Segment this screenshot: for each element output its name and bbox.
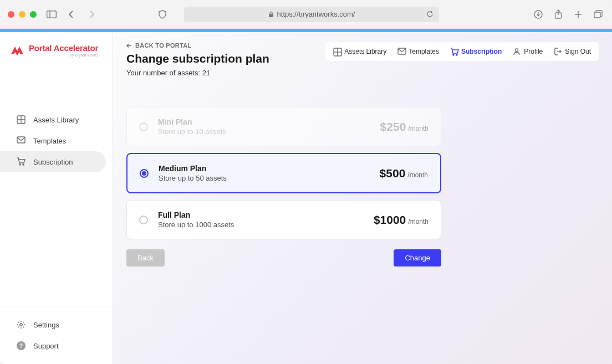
privacy-shield-icon[interactable] [156,8,169,20]
plan-price: $250 [380,120,406,134]
browser-chrome: https://bryantworks.com/ [0,0,612,29]
window-minimize-button[interactable] [19,11,26,18]
user-icon [513,48,521,55]
sidebar: Portal Accelerator by Bryant Works Asset… [0,32,113,364]
topnav-item-subscription[interactable]: Subscription [450,48,502,55]
nav-item-label: Subscription [33,158,73,166]
plan-price: $1000 [374,213,406,227]
radio-icon [139,216,148,224]
plan-card-medium-plan[interactable]: Medium PlanStore up to 50 assets$500/mon… [126,153,441,193]
svg-point-25 [516,49,518,52]
plan-desc: Store up to 50 assets [159,174,227,182]
cart-icon [17,157,26,166]
plan-name: Medium Plan [159,164,227,173]
brand-logo[interactable]: Portal Accelerator by Bryant Works [0,32,113,65]
question-icon: ? [17,341,26,350]
change-button[interactable]: Change [394,249,441,266]
cart-icon [450,48,458,55]
page-title: Change subscription plan [126,52,269,65]
plan-desc: Store up to 1000 assets [158,221,234,229]
sidebar-item-templates[interactable]: Templates [0,130,106,151]
back-label: BACK TO PORTAL [135,42,192,49]
main-content: BACK TO PORTAL Change subscription plan … [113,32,612,364]
svg-rect-2 [269,14,273,17]
nav-item-label: Settings [33,321,59,329]
tabs-icon[interactable] [592,8,604,20]
traffic-lights [8,11,37,18]
nav-forward-icon[interactable] [85,8,98,20]
sidebar-item-settings[interactable]: Settings [0,314,106,335]
svg-point-23 [453,54,454,55]
sidebar-item-support[interactable]: ?Support [0,335,106,356]
sidebar-toggle-icon[interactable] [45,8,58,20]
reload-icon[interactable] [426,11,434,18]
back-button[interactable]: Back [126,249,165,266]
svg-point-24 [456,54,457,55]
window-close-button[interactable] [8,11,14,18]
brand-title: Portal Accelerator [29,43,98,53]
plan-name: Mini Plan [158,117,226,126]
topnav-item-label: Subscription [461,48,502,55]
topnav-item-label: Sign Out [565,48,591,55]
svg-point-15 [20,324,22,326]
svg-rect-0 [47,11,57,18]
window-maximize-button[interactable] [30,11,37,18]
sidebar-item-assets-library[interactable]: Assets Library [0,109,106,130]
url-text: https://bryantworks.com/ [277,10,355,18]
topnav-item-label: Templates [409,48,439,55]
topnav-item-label: Assets Library [344,48,386,55]
svg-point-14 [23,164,24,165]
nav-item-label: Assets Library [33,116,79,124]
sidebar-item-subscription[interactable]: Subscription [0,151,106,172]
topnav-item-profile[interactable]: Profile [513,48,543,55]
svg-rect-8 [594,12,600,18]
grid-icon [333,48,341,55]
svg-text:?: ? [19,343,23,349]
plan-card-full-plan[interactable]: Full PlanStore up to 1000 assets$1000/mo… [126,200,441,239]
plan-period: /month [407,171,428,179]
gear-icon [17,320,26,329]
back-to-portal-link[interactable]: BACK TO PORTAL [126,42,269,49]
svg-point-13 [19,164,21,165]
topnav-item-label: Profile [524,48,543,55]
download-icon[interactable] [532,8,544,20]
plan-desc: Store up to 10 assets [158,127,226,136]
plan-period: /month [408,218,429,225]
svg-rect-22 [398,48,406,54]
plan-card-mini-plan: Mini PlanStore up to 10 assets$250/month [126,107,441,146]
logo-mark-icon [10,44,24,57]
svg-rect-12 [17,137,25,143]
top-nav: Assets LibraryTemplatesSubscriptionProfi… [325,42,599,61]
mail-icon [397,48,405,55]
mail-icon [17,136,26,145]
url-bar[interactable]: https://bryantworks.com/ [184,7,439,22]
nav-item-label: Templates [33,137,66,145]
brand-subtitle: by Bryant Works [29,53,98,57]
nav-item-label: Support [33,342,59,350]
arrow-left-icon [126,43,132,48]
radio-icon [139,122,148,131]
nav-back-icon[interactable] [65,8,78,20]
grid-icon [17,115,26,124]
plan-period: /month [408,125,429,132]
asset-count: Your number of assets: 21 [126,69,269,77]
new-tab-icon[interactable] [572,8,584,20]
radio-icon [140,169,149,178]
signout-icon [554,48,562,55]
plan-price: $500 [380,167,406,180]
lock-icon [268,11,274,18]
share-icon[interactable] [552,8,564,20]
topnav-item-assets-library[interactable]: Assets Library [333,48,386,55]
plan-name: Full Plan [158,211,234,219]
topnav-item-sign-out[interactable]: Sign Out [554,48,591,55]
topnav-item-templates[interactable]: Templates [397,48,439,55]
